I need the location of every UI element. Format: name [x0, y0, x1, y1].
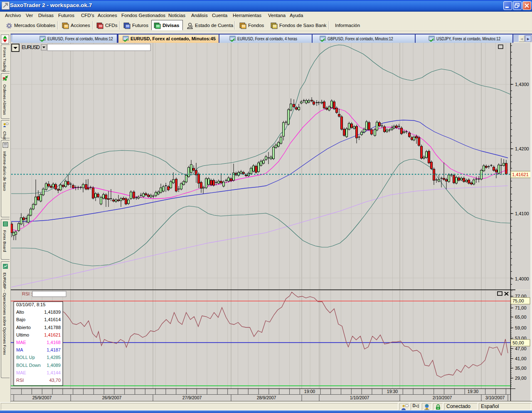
svg-text:25/9/2007: 25/9/2007 [32, 395, 52, 400]
svg-text:71,00: 71,00 [515, 305, 527, 310]
svg-text:2/10/2007: 2/10/2007 [433, 395, 452, 400]
svg-text:1,41614: 1,41614 [44, 317, 61, 322]
svg-text:50,00: 50,00 [512, 340, 524, 345]
svg-text:75,00: 75,00 [512, 298, 524, 303]
svg-text:03/10/07, 8:15: 03/10/07, 8:15 [16, 302, 45, 307]
svg-text:28/9/2007: 28/9/2007 [257, 395, 276, 400]
svg-text:1,4187: 1,4187 [47, 347, 61, 352]
svg-text:1,4100: 1,4100 [515, 211, 529, 216]
svg-text:1,41621: 1,41621 [44, 332, 61, 337]
svg-text:Bajo: Bajo [16, 317, 25, 322]
svg-text:BOLL Up: BOLL Up [16, 355, 35, 360]
svg-text:65,00: 65,00 [515, 315, 527, 320]
svg-text:19:00: 19:00 [304, 389, 315, 394]
svg-text:19:30: 19:30 [468, 389, 478, 394]
svg-text:Abierto: Abierto [16, 325, 31, 330]
svg-text:41,00: 41,00 [515, 356, 527, 361]
svg-text:1,4300: 1,4300 [515, 82, 529, 87]
svg-text:1,4200: 1,4200 [515, 146, 529, 151]
svg-text:Ultimo: Ultimo [16, 332, 29, 337]
svg-text:19:30: 19:30 [387, 389, 398, 394]
svg-text:29,00: 29,00 [515, 376, 527, 381]
svg-text:35,00: 35,00 [515, 366, 527, 371]
svg-text:1,4144: 1,4144 [47, 370, 61, 375]
svg-text:1/10/2007: 1/10/2007 [350, 395, 369, 400]
svg-text:MAE: MAE [16, 340, 26, 345]
svg-text:59,00: 59,00 [515, 325, 527, 330]
svg-text:1,4168: 1,4168 [47, 340, 61, 345]
svg-text:27/9/2007: 27/9/2007 [182, 395, 202, 400]
svg-text:1,41621: 1,41621 [512, 172, 529, 177]
svg-text:RSI :: RSI : [22, 291, 32, 296]
svg-text:3/10/2007: 3/10/2007 [485, 395, 505, 400]
svg-text:MA: MA [16, 347, 23, 352]
svg-text:EURUSD: EURUSD [22, 44, 40, 50]
svg-text:26/9/2007: 26/9/2007 [102, 395, 122, 400]
svg-text:1,41788: 1,41788 [44, 325, 61, 330]
svg-text:1,4089: 1,4089 [47, 363, 61, 368]
svg-text:BOLL Down: BOLL Down [16, 363, 41, 368]
svg-text:RSI: RSI [16, 378, 24, 383]
svg-text:1,4285: 1,4285 [47, 355, 61, 360]
svg-text:47,00: 47,00 [515, 346, 527, 351]
svg-text:1,41839: 1,41839 [44, 310, 61, 315]
svg-text:Alto: Alto [16, 310, 24, 315]
svg-text:43,70: 43,70 [49, 378, 61, 383]
svg-text:1,4000: 1,4000 [515, 276, 529, 281]
svg-text:MAE: MAE [16, 370, 26, 375]
